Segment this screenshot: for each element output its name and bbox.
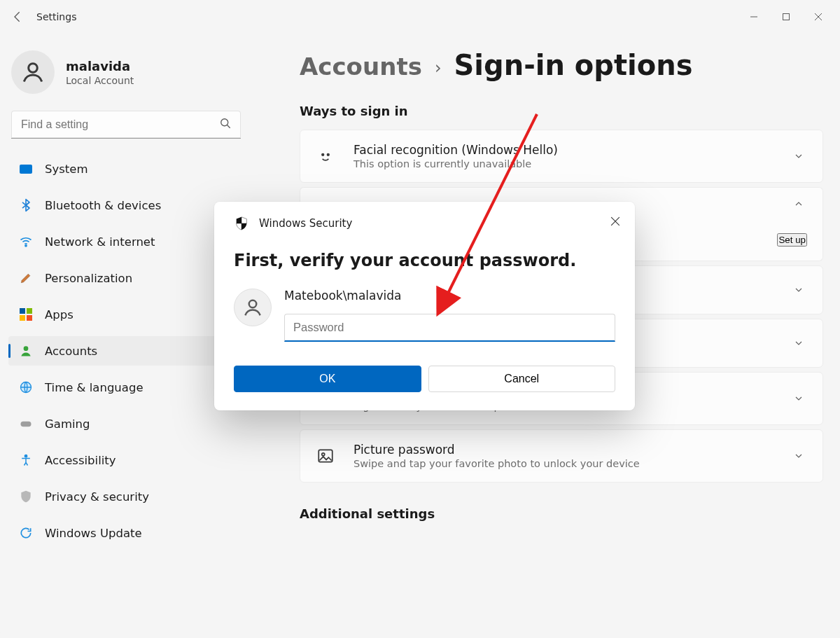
option-title: Picture password	[354, 443, 772, 457]
nav-personalization[interactable]: Personalization	[8, 263, 244, 293]
wifi-icon	[18, 234, 34, 249]
dialog-heading: First, verify your account password.	[234, 251, 615, 270]
ok-button[interactable]: OK	[234, 366, 421, 392]
user-subtitle: Local Account	[66, 75, 134, 86]
nav-label: Personalization	[45, 272, 132, 285]
bluetooth-icon	[18, 197, 34, 213]
nav-label: Accounts	[45, 345, 97, 358]
section-heading-ways: Ways to sign in	[300, 104, 823, 118]
svg-point-10	[322, 154, 324, 156]
breadcrumb-parent[interactable]: Accounts	[300, 53, 422, 81]
nav-label: Privacy & security	[45, 490, 149, 504]
nav-label: Time & language	[45, 381, 144, 394]
picture-icon	[316, 446, 335, 466]
setup-button[interactable]: Set up	[777, 233, 807, 247]
person-icon	[18, 343, 34, 359]
chevron-down-icon	[790, 148, 807, 165]
dialog-small-title: Windows Security	[259, 217, 352, 230]
shield-icon	[18, 489, 34, 504]
option-picture-password[interactable]: Picture password Swipe and tap your favo…	[300, 429, 823, 483]
svg-point-2	[29, 64, 38, 73]
search-box[interactable]	[11, 111, 241, 139]
nav-network[interactable]: Network & internet	[8, 227, 244, 256]
svg-point-14	[322, 453, 325, 456]
option-title: Facial recognition (Windows Hello)	[354, 143, 772, 157]
nav-label: System	[45, 162, 88, 176]
option-subtitle: This option is currently unavailable	[354, 158, 772, 169]
nav-accounts[interactable]: Accounts	[8, 336, 244, 366]
nav-system[interactable]: System	[8, 154, 244, 183]
maximize-button[interactable]	[770, 6, 802, 28]
update-icon	[18, 525, 34, 541]
gamepad-icon	[18, 416, 34, 431]
globe-icon	[18, 380, 34, 395]
back-button[interactable]	[6, 4, 31, 29]
accessibility-icon	[18, 452, 34, 468]
nav-time[interactable]: Time & language	[8, 373, 244, 402]
chevron-right-icon: ›	[435, 58, 442, 78]
minimize-button[interactable]	[738, 6, 770, 28]
nav-gaming[interactable]: Gaming	[8, 409, 244, 438]
chevron-down-icon	[790, 282, 807, 298]
svg-line-4	[227, 125, 230, 128]
nav-label: Windows Update	[45, 527, 142, 540]
nav-apps[interactable]: Apps	[8, 300, 244, 329]
page-title: Sign-in options	[454, 49, 693, 81]
face-icon	[316, 146, 335, 166]
nav-update[interactable]: Windows Update	[8, 518, 244, 548]
window-title: Settings	[36, 11, 76, 22]
nav-label: Network & internet	[45, 235, 155, 249]
brush-icon	[18, 270, 34, 286]
svg-point-6	[24, 346, 29, 351]
close-button[interactable]	[802, 6, 834, 28]
option-subtitle: Swipe and tap your favorite photo to unl…	[354, 458, 772, 469]
user-name: malavida	[66, 59, 134, 74]
nav-label: Accessibility	[45, 454, 116, 467]
monitor-icon	[18, 161, 34, 176]
nav-label: Bluetooth & devices	[45, 199, 161, 212]
breadcrumb: Accounts › Sign-in options	[300, 49, 823, 81]
windows-security-dialog: Windows Security First, verify your acco…	[214, 202, 635, 410]
shield-icon	[234, 216, 249, 231]
apps-icon	[18, 307, 34, 322]
avatar-icon	[234, 289, 272, 326]
svg-rect-8	[21, 422, 31, 427]
chevron-down-icon	[790, 390, 807, 407]
option-facial-recognition[interactable]: Facial recognition (Windows Hello) This …	[300, 130, 823, 183]
nav-privacy[interactable]: Privacy & security	[8, 482, 244, 511]
chevron-down-icon	[790, 335, 807, 352]
password-input[interactable]	[284, 314, 615, 342]
titlebar: Settings	[0, 0, 840, 34]
chevron-up-icon	[790, 195, 807, 212]
nav-bluetooth[interactable]: Bluetooth & devices	[8, 190, 244, 220]
search-input[interactable]	[11, 111, 241, 139]
svg-point-15	[249, 300, 257, 308]
svg-point-11	[327, 154, 329, 156]
avatar-icon	[11, 50, 55, 94]
dialog-close-button[interactable]	[606, 211, 625, 231]
dialog-account: Matebook\malavida	[284, 289, 615, 303]
svg-point-9	[24, 455, 27, 457]
svg-point-3	[221, 119, 228, 126]
svg-point-5	[25, 245, 27, 247]
nav-label: Gaming	[45, 417, 90, 431]
section-heading-additional: Additional settings	[300, 506, 823, 521]
nav-list: System Bluetooth & devices Network & int…	[8, 154, 244, 548]
svg-rect-13	[318, 450, 332, 462]
nav-accessibility[interactable]: Accessibility	[8, 445, 244, 475]
nav-label: Apps	[45, 308, 74, 321]
chevron-down-icon	[790, 448, 807, 464]
user-block[interactable]: malavida Local Account	[11, 50, 244, 94]
cancel-button[interactable]: Cancel	[428, 366, 616, 392]
search-icon	[218, 116, 232, 133]
svg-rect-1	[783, 14, 790, 20]
